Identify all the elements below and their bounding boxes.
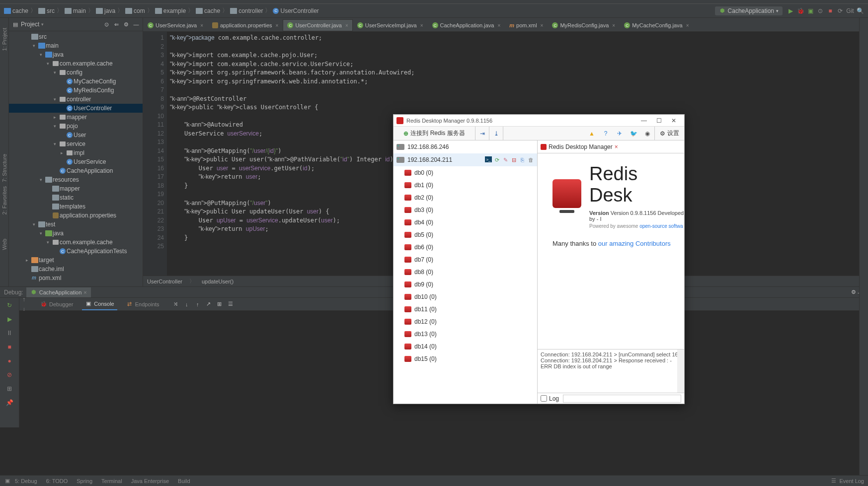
redis-db-item[interactable]: db15 (0) bbox=[394, 352, 537, 365]
redis-db-item[interactable]: db11 (0) bbox=[394, 303, 537, 315]
status-item[interactable]: 6: TODO bbox=[46, 478, 68, 484]
crumb-class[interactable]: UserController bbox=[147, 278, 182, 284]
rerun-button[interactable]: ↻ bbox=[5, 301, 14, 310]
event-log-button[interactable]: Event Log bbox=[839, 478, 864, 484]
resume-button[interactable]: ▶ bbox=[5, 315, 14, 324]
twitter-icon[interactable]: 🐦 bbox=[627, 127, 640, 140]
editor-tab[interactable]: application.properties× bbox=[208, 19, 283, 31]
redis-db-item[interactable]: db1 (0) bbox=[394, 179, 537, 191]
hide-icon[interactable]: — bbox=[133, 21, 140, 28]
tree-node[interactable]: ▾com.example.cache bbox=[9, 238, 143, 247]
redis-db-item[interactable]: db10 (0) bbox=[394, 290, 537, 303]
evaluate-icon[interactable]: ⊞ bbox=[216, 301, 223, 308]
redis-server-item[interactable]: 192.168.204.211 >_ ⟳ ✎ ⊟ ⎘ 🗑 bbox=[394, 153, 537, 166]
editor-tab[interactable]: CMyCacheConfig.java× bbox=[620, 19, 693, 31]
breadcrumb-item[interactable]: CUserController bbox=[273, 7, 318, 14]
import-button[interactable]: ⇥ bbox=[475, 127, 489, 140]
breadcrumb-item[interactable]: com bbox=[125, 7, 145, 14]
sidebar-tab-web[interactable]: Web bbox=[1, 239, 7, 250]
status-item[interactable]: Java Enterprise bbox=[131, 478, 169, 484]
status-item[interactable]: Build bbox=[178, 478, 190, 484]
breadcrumb-item[interactable]: cache bbox=[4, 7, 28, 14]
trash-icon[interactable]: 🗑 bbox=[527, 156, 534, 163]
run-config-dropdown[interactable]: ⬢ CacheApplication ▾ bbox=[715, 6, 783, 15]
tree-node[interactable]: mpom.xml bbox=[9, 274, 143, 282]
maximize-button[interactable]: ☐ bbox=[651, 117, 666, 124]
vcs-button[interactable]: Git bbox=[845, 6, 855, 16]
breadcrumb-item[interactable]: controller bbox=[230, 7, 263, 14]
mute-button[interactable]: ⊘ bbox=[5, 370, 14, 379]
redis-db-item[interactable]: db12 (0) bbox=[394, 315, 537, 328]
breadcrumb-item[interactable]: java bbox=[96, 7, 115, 14]
stop-button[interactable]: ■ bbox=[5, 343, 14, 351]
coverage-button[interactable]: ▣ bbox=[805, 6, 815, 16]
debugger-tab[interactable]: 🐞 Debugger bbox=[37, 299, 76, 310]
breadcrumb-item[interactable]: src bbox=[38, 7, 55, 14]
tree-node[interactable]: CUserController bbox=[9, 104, 143, 113]
log-filter-input[interactable] bbox=[563, 395, 681, 403]
editor-tab[interactable]: CUserServiceImpl.java× bbox=[353, 19, 428, 31]
run-button[interactable]: ▶ bbox=[786, 6, 795, 16]
redis-titlebar[interactable]: Redis Desktop Manager 0.9.8.1156 — ☐ ✕ bbox=[394, 115, 684, 127]
star-icon[interactable]: ◉ bbox=[640, 127, 654, 140]
tree-node[interactable]: cache.iml bbox=[9, 265, 143, 274]
breadcrumb-item[interactable]: example bbox=[155, 7, 186, 14]
pin-button[interactable]: 📌 bbox=[5, 398, 14, 407]
stop-button[interactable]: ■ bbox=[825, 6, 835, 16]
tree-node[interactable]: ▾service bbox=[9, 139, 143, 148]
close-icon[interactable]: × bbox=[276, 23, 279, 28]
redis-db-item[interactable]: db7 (0) bbox=[394, 253, 537, 266]
editor-tab[interactable]: mpom.xml× bbox=[505, 19, 548, 31]
gear-icon[interactable]: ⚙ bbox=[850, 289, 857, 296]
export-button[interactable]: ⤓ bbox=[489, 127, 503, 140]
tree-node[interactable]: ▸impl bbox=[9, 148, 143, 157]
close-icon[interactable]: × bbox=[497, 23, 500, 28]
search-button[interactable]: 🔍 bbox=[855, 6, 865, 16]
close-icon[interactable]: × bbox=[686, 23, 689, 28]
tree-node[interactable]: CUser bbox=[9, 131, 143, 139]
breakpoints-button[interactable]: ● bbox=[5, 356, 14, 365]
crumb-method[interactable]: updateUser() bbox=[202, 278, 234, 284]
terminal-icon[interactable]: >_ bbox=[485, 156, 492, 162]
close-icon[interactable]: × bbox=[612, 23, 615, 28]
settings-button[interactable]: ⚙ 设置 bbox=[654, 127, 684, 140]
redis-window[interactable]: Redis Desktop Manager 0.9.8.1156 — ☐ ✕ ⊕… bbox=[393, 114, 685, 404]
tree-node[interactable]: CCacheApplication bbox=[9, 166, 143, 175]
step-out-icon[interactable]: ↑ bbox=[194, 301, 201, 308]
tree-node[interactable]: ▾main bbox=[9, 41, 143, 50]
copy-icon[interactable]: ⎘ bbox=[519, 156, 526, 163]
minimize-button[interactable]: — bbox=[636, 117, 651, 124]
redis-db-item[interactable]: db8 (0) bbox=[394, 266, 537, 278]
pause-button[interactable]: II bbox=[5, 329, 14, 338]
sidebar-tab-structure[interactable]: 7: Structure bbox=[1, 154, 7, 182]
up-stack-icon[interactable]: ↑ bbox=[22, 296, 31, 303]
endpoints-tab[interactable]: ⇄ Endpoints bbox=[123, 299, 162, 310]
step-over-icon[interactable]: ⤭ bbox=[172, 301, 179, 308]
close-icon[interactable]: × bbox=[83, 289, 86, 295]
collapse-icon[interactable]: ⇐ bbox=[113, 21, 120, 28]
editor-tabs[interactable]: CUserService.java×application.properties… bbox=[143, 18, 868, 32]
log-checkbox[interactable] bbox=[541, 395, 547, 402]
redis-db-item[interactable]: db13 (0) bbox=[394, 328, 537, 340]
redis-db-item[interactable]: db2 (0) bbox=[394, 191, 537, 204]
tree-node[interactable]: application.properties bbox=[9, 211, 143, 220]
help-icon[interactable]: ? bbox=[599, 127, 613, 140]
close-icon[interactable]: × bbox=[345, 23, 348, 28]
redis-db-item[interactable]: db0 (0) bbox=[394, 166, 537, 179]
tree-node[interactable]: ▸mapper bbox=[9, 113, 143, 122]
redis-db-item[interactable]: db9 (0) bbox=[394, 278, 537, 290]
close-button[interactable]: ✕ bbox=[666, 117, 681, 124]
status-item[interactable]: Spring bbox=[77, 478, 92, 484]
tree-node[interactable]: ▸target bbox=[9, 256, 143, 265]
redis-server-item[interactable]: 192.168.86.246 bbox=[394, 140, 537, 153]
tree-node[interactable]: ▾java bbox=[9, 50, 143, 59]
redis-db-item[interactable]: db6 (0) bbox=[394, 241, 537, 253]
locate-icon[interactable]: ⊙ bbox=[103, 21, 110, 28]
tree-node[interactable]: ▾test bbox=[9, 220, 143, 229]
editor-tab[interactable]: CMyRedisConfig.java× bbox=[548, 19, 620, 31]
tree-node[interactable]: static bbox=[9, 193, 143, 202]
layout-button[interactable]: ⊞ bbox=[5, 384, 14, 393]
redis-log-text[interactable]: Connection: 192.168.204.211 > [runComman… bbox=[538, 349, 684, 393]
redis-db-item[interactable]: db5 (0) bbox=[394, 228, 537, 241]
editor-tab[interactable]: CCacheApplication.java× bbox=[428, 19, 505, 31]
